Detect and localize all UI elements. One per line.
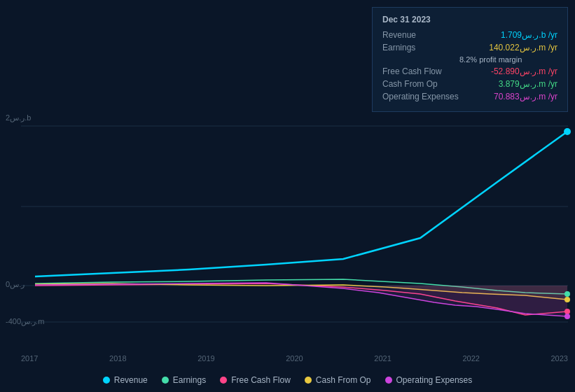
svg-point-11 — [564, 297, 570, 302]
fcf-value: -52.890ر.س.m /yr — [459, 66, 557, 76]
profit-margin: 8.2% profit margin — [382, 55, 557, 64]
svg-point-10 — [564, 309, 570, 314]
x-label-2018: 2018 — [109, 354, 126, 363]
x-axis-labels: 2017 2018 2019 2020 2021 2022 2023 — [21, 354, 568, 363]
opex-dot — [385, 377, 392, 384]
y-label-zero: 0ر.س — [6, 280, 25, 289]
cashop-row: Cash From Op 3.879ر.س.m /yr — [382, 79, 557, 89]
legend-cashop: Cash From Op — [305, 375, 371, 385]
x-label-2022: 2022 — [462, 354, 479, 363]
x-label-2019: 2019 — [198, 354, 214, 363]
x-label-2020: 2020 — [286, 354, 303, 363]
legend-opex: Operating Expenses — [385, 375, 473, 385]
earnings-label: Earnings — [382, 43, 459, 52]
legend-revenue: Revenue — [103, 375, 148, 385]
y-label-top: 2ر.س.b — [6, 113, 31, 122]
cashop-dot — [305, 377, 312, 384]
x-label-2017: 2017 — [21, 354, 38, 363]
fcf-label: Free Cash Flow — [382, 66, 459, 76]
fcf-row: Free Cash Flow -52.890ر.س.m /yr — [382, 66, 557, 76]
svg-point-8 — [564, 128, 571, 135]
legend-revenue-label: Revenue — [114, 375, 148, 385]
earnings-row: Earnings 140.022ر.س.m /yr — [382, 43, 557, 52]
revenue-label: Revenue — [382, 30, 459, 40]
earnings-dot — [162, 377, 169, 384]
legend-fcf: Free Cash Flow — [220, 375, 291, 385]
fcf-dot — [220, 377, 227, 384]
cashop-label: Cash From Op — [382, 79, 459, 89]
x-label-2023: 2023 — [550, 354, 567, 363]
legend-earnings-label: Earnings — [173, 375, 206, 385]
y-label-bottom: -400ر.س.m — [6, 317, 44, 326]
legend-earnings: Earnings — [162, 375, 206, 385]
svg-point-9 — [564, 291, 570, 297]
legend-fcf-label: Free Cash Flow — [231, 375, 291, 385]
svg-point-12 — [564, 314, 570, 319]
legend-cashop-label: Cash From Op — [316, 375, 371, 385]
revenue-value: 1.709ر.س.b /yr — [459, 30, 557, 40]
info-tooltip: Dec 31 2023 Revenue 1.709ر.س.b /yr Earni… — [372, 7, 568, 112]
chart-legend: Revenue Earnings Free Cash Flow Cash Fro… — [0, 375, 575, 385]
x-label-2021: 2021 — [374, 354, 391, 363]
cashop-value: 3.879ر.س.m /yr — [459, 79, 557, 89]
legend-opex-label: Operating Expenses — [396, 375, 473, 385]
opex-value: 70.883ر.س.m /yr — [459, 92, 557, 102]
tooltip-title: Dec 31 2023 — [382, 15, 557, 24]
earnings-value: 140.022ر.س.m /yr — [459, 43, 557, 52]
revenue-row: Revenue 1.709ر.س.b /yr — [382, 30, 557, 40]
opex-label: Operating Expenses — [382, 92, 459, 102]
opex-row: Operating Expenses 70.883ر.س.m /yr — [382, 92, 557, 102]
revenue-dot — [103, 377, 110, 384]
